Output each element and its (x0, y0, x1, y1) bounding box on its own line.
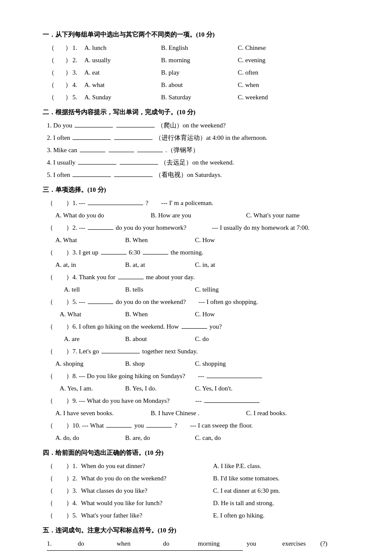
s2-q4: 4. I usually （去远足）on the weekend. (43, 157, 358, 168)
section-one-title: 一．从下列每组单词中选出与其它两个不同类的一项。(10 分) (43, 29, 358, 40)
section-two-title: 二．根据括号内容提示，写出单词，完成句子。(10 分) (43, 107, 358, 118)
s5-q1: 1. do when do morning you exercises (?) (43, 538, 358, 549)
s5-q1-line (47, 550, 243, 551)
q4-row: （ ） 4. A. what B. about C. when (43, 79, 358, 91)
s3-q6: （ ）6. I often go hiking on the weekend. … (43, 321, 358, 332)
s2-q3: 3. Mike can .（弹钢琴） (43, 145, 358, 156)
q2-row: （ ） 2. A. usually B. morning C. evening (43, 55, 358, 66)
s4-q4: （ ）4. What would you like for lunch? D. … (43, 497, 358, 509)
s4-q2: （ ）2. What do you do on the weekend? B. … (43, 473, 358, 484)
s3-q9: （ ）9. --- What do you have on Mondays? -… (43, 395, 358, 407)
section-five: 五．连词成句。注意大小写和标点符号。(10 分) 1. do when do m… (43, 525, 358, 555)
s3-q2: （ ）2. --- do you do your homework? --- I… (43, 222, 358, 234)
q5-row: （ ） 5. A. Sunday B. Saturday C. weekend (43, 92, 358, 103)
section-two: 二．根据括号内容提示，写出单词，完成句子。(10 分) 1. Do you （爬… (43, 107, 358, 181)
q1-c: C. Chinese (238, 42, 314, 54)
s3-q7: （ ）7. Let's go together next Sunday. (43, 346, 358, 357)
section-five-title: 五．连词成句。注意大小写和标点符号。(10 分) (43, 525, 358, 536)
section-four-title: 四．给前面的问句选出正确的答语。(10 分) (43, 447, 358, 459)
section-one: 一．从下列每组单词中选出与其它两个不同类的一项。(10 分) （ ） 1. A.… (43, 29, 358, 103)
s3-q5: （ ）5. --- do you do on the weekend? --- … (43, 296, 358, 308)
s3-q8: （ ）8. --- Do you like going hiking on Su… (43, 370, 358, 382)
s4-q3: （ ）3. What classes do you like? C. I eat… (43, 485, 358, 497)
q1-paren: （ (47, 42, 55, 54)
section-three: 三．单项选择。(10 分) （ ）1. --- ? --- I' m a pol… (43, 184, 358, 444)
section-three-title: 三．单项选择。(10 分) (43, 184, 358, 196)
s4-q1: （ ）1. When do you eat dinner? A. I like … (43, 460, 358, 472)
q1-row: （ ） 1. A. lunch B. English C. Chinese (43, 42, 358, 54)
s3-q1: （ ）1. --- ? --- I' m a policeman. (43, 197, 358, 209)
s3-q10: （ ）10. --- What you ? --- I can sweep th… (43, 420, 358, 431)
s2-q2: 2. I often （进行体育运动）at 4:00 in the aftern… (43, 132, 358, 144)
s4-q5: （ ）5. What's your father like? E. I ofte… (43, 510, 358, 521)
s3-q3: （ ）3. I get up 6:30 the morning. (43, 247, 358, 258)
section-four: 四．给前面的问句选出正确的答语。(10 分) （ ）1. When do you… (43, 447, 358, 521)
s3-q4: （ ）4. Thank you for me about your day. (43, 272, 358, 283)
s2-q1: 1. Do you （爬山）on the weekend? (43, 120, 358, 131)
q3-row: （ ） 3. A. eat B. play C. often (43, 67, 358, 78)
q1-a: A. lunch (84, 42, 161, 54)
s2-q5: 5. I often （看电视）on Saturdays. (43, 169, 358, 181)
q1-b: B. English (161, 42, 238, 54)
